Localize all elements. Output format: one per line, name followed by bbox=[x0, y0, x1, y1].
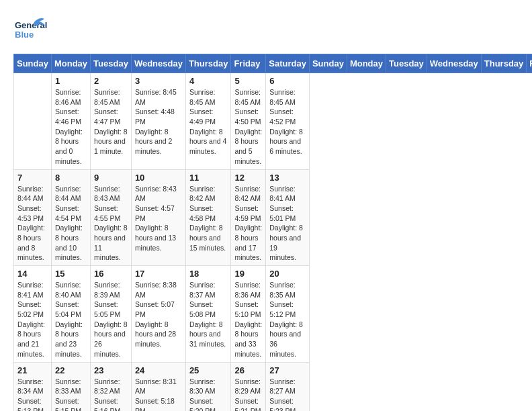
header-sunday: Sunday bbox=[14, 54, 52, 73]
day-cell: 20Sunrise: 8:35 AM Sunset: 5:12 PM Dayli… bbox=[266, 266, 310, 363]
header-tuesday: Tuesday bbox=[91, 54, 132, 73]
header-friday: Friday bbox=[527, 54, 532, 73]
day-cell: 13Sunrise: 8:41 AM Sunset: 5:01 PM Dayli… bbox=[266, 169, 310, 266]
day-info: Sunrise: 8:32 AM Sunset: 5:16 PM Dayligh… bbox=[94, 377, 128, 412]
day-number: 25 bbox=[189, 365, 228, 375]
day-info: Sunrise: 8:43 AM Sunset: 4:55 PM Dayligh… bbox=[94, 184, 128, 263]
day-info: Sunrise: 8:42 AM Sunset: 4:59 PM Dayligh… bbox=[234, 184, 262, 263]
day-info: Sunrise: 8:29 AM Sunset: 5:21 PM Dayligh… bbox=[234, 377, 262, 412]
day-info: Sunrise: 8:38 AM Sunset: 5:07 PM Dayligh… bbox=[135, 280, 182, 349]
logo: General Blue bbox=[13, 13, 47, 47]
logo-icon: General Blue bbox=[13, 13, 47, 47]
calendar-table: SundayMondayTuesdayWednesdayThursdayFrid… bbox=[13, 54, 532, 411]
day-info: Sunrise: 8:36 AM Sunset: 5:10 PM Dayligh… bbox=[234, 280, 262, 359]
day-number: 12 bbox=[234, 173, 262, 183]
day-cell bbox=[14, 73, 52, 170]
day-number: 13 bbox=[269, 173, 306, 183]
day-cell: 24Sunrise: 8:31 AM Sunset: 5:18 PM Dayli… bbox=[131, 362, 185, 411]
day-cell: 1Sunrise: 8:46 AM Sunset: 4:46 PM Daylig… bbox=[51, 73, 90, 170]
day-number: 23 bbox=[94, 365, 128, 375]
day-cell: 21Sunrise: 8:34 AM Sunset: 5:13 PM Dayli… bbox=[14, 362, 52, 411]
day-cell: 7Sunrise: 8:44 AM Sunset: 4:53 PM Daylig… bbox=[14, 169, 52, 266]
day-info: Sunrise: 8:33 AM Sunset: 5:15 PM Dayligh… bbox=[55, 377, 87, 412]
header-monday: Monday bbox=[347, 54, 386, 73]
day-cell: 10Sunrise: 8:43 AM Sunset: 4:57 PM Dayli… bbox=[131, 169, 185, 266]
day-info: Sunrise: 8:27 AM Sunset: 5:23 PM Dayligh… bbox=[269, 377, 306, 412]
week-row-2: 7Sunrise: 8:44 AM Sunset: 4:53 PM Daylig… bbox=[14, 169, 533, 266]
day-cell: 18Sunrise: 8:37 AM Sunset: 5:08 PM Dayli… bbox=[185, 266, 231, 363]
svg-text:Blue: Blue bbox=[15, 30, 34, 40]
day-info: Sunrise: 8:45 AM Sunset: 4:48 PM Dayligh… bbox=[135, 87, 182, 156]
day-number: 19 bbox=[234, 269, 262, 279]
day-info: Sunrise: 8:34 AM Sunset: 5:13 PM Dayligh… bbox=[17, 377, 48, 412]
day-cell: 23Sunrise: 8:32 AM Sunset: 5:16 PM Dayli… bbox=[91, 362, 132, 411]
day-number: 26 bbox=[234, 365, 262, 375]
day-cell: 6Sunrise: 8:45 AM Sunset: 4:52 PM Daylig… bbox=[266, 73, 310, 170]
day-info: Sunrise: 8:45 AM Sunset: 4:52 PM Dayligh… bbox=[269, 87, 306, 156]
day-cell: 19Sunrise: 8:36 AM Sunset: 5:10 PM Dayli… bbox=[231, 266, 266, 363]
day-number: 14 bbox=[17, 269, 48, 279]
day-number: 20 bbox=[269, 269, 306, 279]
day-info: Sunrise: 8:41 AM Sunset: 5:02 PM Dayligh… bbox=[17, 280, 48, 359]
day-cell: 4Sunrise: 8:45 AM Sunset: 4:49 PM Daylig… bbox=[185, 73, 231, 170]
header-wednesday: Wednesday bbox=[427, 54, 481, 73]
day-number: 18 bbox=[189, 269, 228, 279]
header-saturday: Saturday bbox=[266, 54, 310, 73]
day-number: 10 bbox=[135, 173, 182, 183]
day-info: Sunrise: 8:43 AM Sunset: 4:57 PM Dayligh… bbox=[135, 184, 182, 253]
day-info: Sunrise: 8:30 AM Sunset: 5:20 PM Dayligh… bbox=[189, 377, 228, 412]
day-info: Sunrise: 8:35 AM Sunset: 5:12 PM Dayligh… bbox=[269, 280, 306, 359]
header-monday: Monday bbox=[51, 54, 90, 73]
day-cell: 16Sunrise: 8:39 AM Sunset: 5:05 PM Dayli… bbox=[91, 266, 132, 363]
day-cell: 26Sunrise: 8:29 AM Sunset: 5:21 PM Dayli… bbox=[231, 362, 266, 411]
day-cell: 2Sunrise: 8:45 AM Sunset: 4:47 PM Daylig… bbox=[91, 73, 132, 170]
day-number: 17 bbox=[135, 269, 182, 279]
day-number: 4 bbox=[189, 76, 228, 86]
day-info: Sunrise: 8:45 AM Sunset: 4:47 PM Dayligh… bbox=[94, 87, 128, 156]
day-cell: 15Sunrise: 8:40 AM Sunset: 5:04 PM Dayli… bbox=[51, 266, 90, 363]
header-thursday: Thursday bbox=[481, 54, 527, 73]
day-number: 3 bbox=[135, 76, 182, 86]
day-info: Sunrise: 8:45 AM Sunset: 4:49 PM Dayligh… bbox=[189, 87, 228, 156]
day-number: 7 bbox=[17, 173, 48, 183]
day-number: 2 bbox=[94, 76, 128, 86]
day-cell: 12Sunrise: 8:42 AM Sunset: 4:59 PM Dayli… bbox=[231, 169, 266, 266]
day-cell: 11Sunrise: 8:42 AM Sunset: 4:58 PM Dayli… bbox=[185, 169, 231, 266]
day-cell: 27Sunrise: 8:27 AM Sunset: 5:23 PM Dayli… bbox=[266, 362, 310, 411]
day-number: 6 bbox=[269, 76, 306, 86]
day-number: 15 bbox=[55, 269, 87, 279]
day-cell: 14Sunrise: 8:41 AM Sunset: 5:02 PM Dayli… bbox=[14, 266, 52, 363]
week-row-1: 1Sunrise: 8:46 AM Sunset: 4:46 PM Daylig… bbox=[14, 73, 533, 170]
header-thursday: Thursday bbox=[185, 54, 231, 73]
day-number: 27 bbox=[269, 365, 306, 375]
day-cell: 22Sunrise: 8:33 AM Sunset: 5:15 PM Dayli… bbox=[51, 362, 90, 411]
day-info: Sunrise: 8:40 AM Sunset: 5:04 PM Dayligh… bbox=[55, 280, 87, 359]
day-cell: 17Sunrise: 8:38 AM Sunset: 5:07 PM Dayli… bbox=[131, 266, 185, 363]
day-number: 24 bbox=[135, 365, 182, 375]
day-number: 21 bbox=[17, 365, 48, 375]
day-number: 1 bbox=[55, 76, 87, 86]
day-number: 11 bbox=[189, 173, 228, 183]
header-sunday: Sunday bbox=[309, 54, 347, 73]
day-info: Sunrise: 8:41 AM Sunset: 5:01 PM Dayligh… bbox=[269, 184, 306, 263]
day-info: Sunrise: 8:31 AM Sunset: 5:18 PM Dayligh… bbox=[135, 377, 182, 412]
day-info: Sunrise: 8:45 AM Sunset: 4:50 PM Dayligh… bbox=[234, 87, 262, 167]
week-row-3: 14Sunrise: 8:41 AM Sunset: 5:02 PM Dayli… bbox=[14, 266, 533, 363]
day-cell: 5Sunrise: 8:45 AM Sunset: 4:50 PM Daylig… bbox=[231, 73, 266, 170]
calendar-header-row: SundayMondayTuesdayWednesdayThursdayFrid… bbox=[14, 54, 533, 73]
header-friday: Friday bbox=[231, 54, 266, 73]
header-wednesday: Wednesday bbox=[131, 54, 185, 73]
day-number: 9 bbox=[94, 173, 128, 183]
day-info: Sunrise: 8:44 AM Sunset: 4:53 PM Dayligh… bbox=[17, 184, 48, 263]
page-header: General Blue bbox=[13, 13, 519, 47]
day-cell: 9Sunrise: 8:43 AM Sunset: 4:55 PM Daylig… bbox=[91, 169, 132, 266]
day-number: 8 bbox=[55, 173, 87, 183]
day-number: 22 bbox=[55, 365, 87, 375]
day-info: Sunrise: 8:37 AM Sunset: 5:08 PM Dayligh… bbox=[189, 280, 228, 349]
day-info: Sunrise: 8:39 AM Sunset: 5:05 PM Dayligh… bbox=[94, 280, 128, 359]
week-row-4: 21Sunrise: 8:34 AM Sunset: 5:13 PM Dayli… bbox=[14, 362, 533, 411]
day-number: 5 bbox=[234, 76, 262, 86]
day-cell: 25Sunrise: 8:30 AM Sunset: 5:20 PM Dayli… bbox=[185, 362, 231, 411]
day-number: 16 bbox=[94, 269, 128, 279]
svg-text:General: General bbox=[15, 20, 47, 30]
